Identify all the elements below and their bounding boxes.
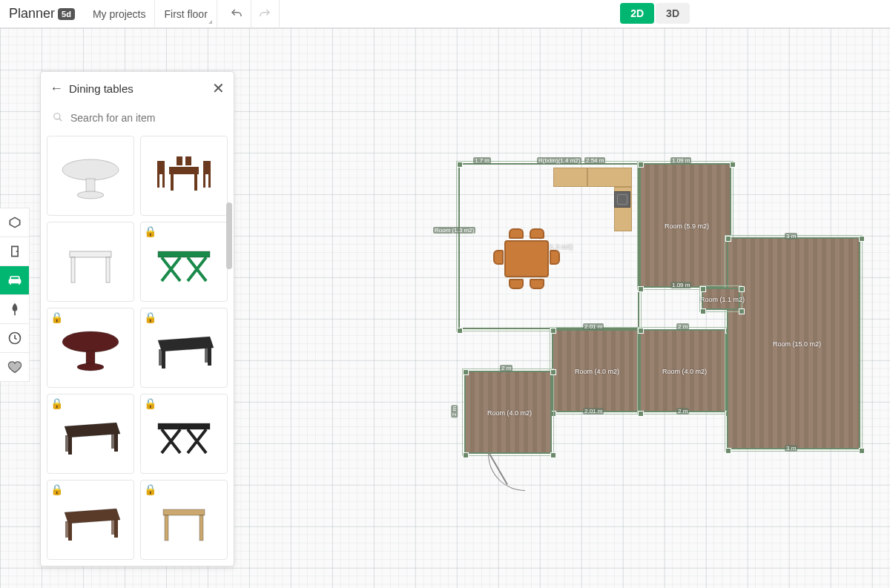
svg-rect-11	[203, 161, 211, 174]
svg-rect-18	[106, 257, 110, 283]
room-label: Room (4.0 m2)	[487, 409, 532, 417]
kitchen-cabinet[interactable]	[587, 168, 632, 187]
rail-history-button[interactable]	[0, 323, 30, 353]
rail-plants-button[interactable]	[0, 294, 30, 324]
catalog-title: Dining tables	[69, 82, 212, 95]
redo-button[interactable]	[251, 0, 280, 28]
room-room-tiny[interactable]: Room (1.1 m2)	[702, 288, 740, 310]
corner-handle[interactable]	[550, 369, 556, 375]
view-3d-button[interactable]: 3D	[656, 3, 690, 24]
undo-button[interactable]	[223, 0, 251, 28]
catalog-item-light-wood-desk[interactable]: 🔒	[140, 480, 228, 560]
corner-handle[interactable]	[550, 328, 556, 334]
catalog-close-button[interactable]: ✕	[212, 79, 225, 97]
catalog-item-green-glass-table[interactable]: 🔒	[140, 222, 228, 302]
app-logo[interactable]: Planner 5d	[0, 6, 84, 22]
catalog-search-input[interactable]	[50, 108, 225, 128]
svg-rect-30	[111, 432, 115, 449]
lock-icon: 🔒	[144, 225, 156, 237]
dimension-label: 2.54 m	[584, 157, 605, 164]
rail-shapes-button[interactable]	[0, 208, 30, 237]
corner-handle[interactable]	[859, 448, 865, 454]
catalog-scrollbar-thumb[interactable]	[226, 202, 232, 269]
corner-handle[interactable]	[550, 452, 556, 458]
svg-rect-6	[171, 174, 174, 191]
room-room-left-mid[interactable]: Room (4.0 m2)	[552, 329, 639, 412]
chair[interactable]	[530, 279, 544, 289]
rail-favorites-button[interactable]	[0, 352, 30, 382]
corner-handle[interactable]	[725, 236, 731, 242]
dining-set[interactable]	[491, 228, 562, 289]
corner-handle[interactable]	[739, 286, 745, 292]
catalog-item-white-console-table[interactable]	[47, 222, 134, 302]
breadcrumb-projects[interactable]: My projects	[84, 0, 156, 28]
chair[interactable]	[550, 250, 560, 265]
corner-handle[interactable]	[700, 286, 706, 292]
thumbnail-icon	[53, 318, 128, 377]
room-room-right-mid[interactable]: Room (4.0 m2)	[639, 329, 727, 412]
chair[interactable]	[493, 250, 504, 265]
left-rail	[0, 208, 30, 381]
dimension-label: 3 m	[785, 233, 797, 240]
dimension-label: R(bdm)(1.4 m2)	[537, 157, 581, 164]
corner-handle[interactable]	[638, 328, 644, 334]
room-label: Room (4.0 m2)	[575, 368, 619, 375]
svg-rect-10	[162, 174, 165, 188]
catalog-item-folding-black-table[interactable]: 🔒	[140, 394, 228, 474]
dimension-label: 2 m	[676, 408, 689, 414]
svg-rect-14	[177, 156, 182, 165]
breadcrumb-floor[interactable]: First floor	[155, 0, 217, 28]
room-label: Room (4.0 m2)	[662, 368, 707, 375]
rail-furniture-button[interactable]	[0, 265, 30, 295]
svg-rect-5	[169, 167, 199, 174]
catalog-item-round-white-table[interactable]	[47, 136, 134, 216]
catalog-item-dining-set-dark-wood[interactable]	[140, 136, 228, 216]
catalog-scrollbar[interactable]	[225, 202, 234, 588]
catalog-item-trestle-dark-table[interactable]: 🔒	[47, 394, 134, 474]
corner-handle[interactable]	[739, 308, 745, 314]
lock-icon: 🔒	[144, 311, 156, 323]
chair[interactable]	[509, 279, 524, 289]
catalog-item-oval-mahogany-table[interactable]: 🔒	[47, 308, 134, 388]
topbar-tools	[223, 0, 280, 28]
chair[interactable]	[530, 228, 544, 239]
catalog-item-black-coffee-table[interactable]: 🔒	[140, 308, 228, 388]
svg-rect-29	[65, 435, 69, 452]
corner-handle[interactable]	[457, 328, 463, 334]
svg-rect-35	[111, 518, 115, 535]
view-2d-button[interactable]: 2D	[620, 3, 654, 24]
catalog-back-button[interactable]: ←	[50, 81, 63, 96]
room-room-far-right[interactable]: Room (15.0 m2)	[727, 237, 860, 449]
thumbnail-icon	[147, 404, 221, 463]
logo-text: Planner	[9, 6, 55, 22]
thumbnail-icon	[147, 318, 221, 377]
corner-handle[interactable]	[730, 162, 736, 168]
dimension-label: 2.01 m	[583, 408, 604, 414]
corner-handle[interactable]	[638, 162, 644, 168]
chair[interactable]	[509, 228, 524, 239]
corner-handle[interactable]	[638, 411, 644, 417]
corner-handle[interactable]	[638, 286, 644, 292]
corner-handle[interactable]	[725, 448, 731, 454]
svg-rect-8	[157, 161, 165, 174]
corner-handle[interactable]	[463, 369, 469, 375]
catalog-item-wood-extendable-table[interactable]: 🔒	[47, 480, 134, 560]
room-room-top-right[interactable]: Room (5.9 m2)	[639, 163, 731, 288]
corner-handle[interactable]	[463, 452, 469, 458]
dining-table[interactable]	[504, 240, 549, 277]
room-room-bottom-left[interactable]: Room (4.0 m2)	[464, 371, 552, 454]
catalog-grid[interactable]: 🔒🔒🔒🔒🔒🔒🔒	[41, 136, 234, 566]
corner-handle[interactable]	[859, 236, 865, 242]
svg-rect-19	[158, 251, 210, 257]
corner-handle[interactable]	[457, 162, 463, 168]
corner-handle[interactable]	[700, 308, 706, 314]
stove[interactable]	[614, 191, 630, 208]
dimension-label: 1.7 m	[473, 157, 491, 164]
search-icon	[53, 112, 63, 125]
thumbnail-icon	[147, 490, 221, 549]
rail-doors-button[interactable]	[0, 237, 30, 266]
kitchen-cabinet[interactable]	[553, 168, 587, 187]
svg-point-1	[54, 113, 60, 119]
dimension-label: 1.09 m	[670, 157, 691, 164]
thumbnail-icon	[147, 146, 221, 205]
